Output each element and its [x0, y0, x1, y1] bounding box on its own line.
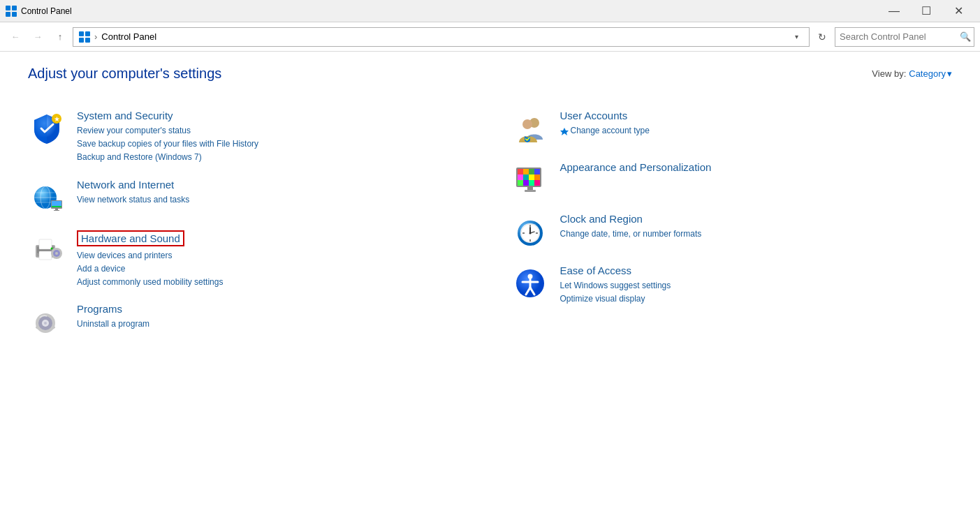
title-bar: Control Panel — ☐ ✕: [0, 0, 980, 22]
svg-rect-46: [518, 180, 523, 186]
link-change-account-type[interactable]: Change account type: [560, 124, 953, 140]
viewby-label: View by:: [872, 68, 906, 79]
refresh-button[interactable]: ↻: [812, 27, 832, 47]
ease-of-access-icon: [511, 265, 549, 302]
svg-rect-43: [523, 174, 529, 180]
svg-rect-51: [525, 190, 536, 192]
viewby-dropdown[interactable]: Category ▾: [909, 68, 952, 79]
svg-rect-7: [85, 38, 90, 43]
ease-of-access-content: Ease of Access Let Windows suggest setti…: [560, 265, 953, 306]
search-box[interactable]: 🔍: [835, 27, 974, 47]
appearance-title[interactable]: Appearance and Personalization: [560, 161, 712, 173]
category-clock-region: Clock and Region Change date, time, or n…: [511, 206, 953, 258]
link-add-device[interactable]: Add a device: [77, 262, 469, 276]
svg-rect-0: [6, 6, 10, 10]
link-network-status[interactable]: View network status and tasks: [77, 193, 469, 207]
svg-rect-3: [12, 12, 17, 17]
svg-rect-44: [529, 174, 534, 180]
left-column: ★ System and Security Review your comput…: [28, 103, 469, 348]
categories-grid: ★ System and Security Review your comput…: [28, 103, 952, 348]
breadcrumb-text: Control Panel: [101, 31, 787, 42]
right-column: User Accounts Change account type: [511, 103, 953, 348]
address-bar: ← → ↑ › Control Panel ▾ ↻ 🔍: [0, 22, 980, 52]
system-security-content: System and Security Review your computer…: [77, 110, 469, 165]
hardware-sound-icon: [28, 230, 66, 268]
back-button[interactable]: ←: [6, 27, 25, 47]
svg-rect-1: [12, 6, 17, 10]
svg-rect-40: [529, 169, 534, 174]
user-accounts-icon: [511, 110, 549, 147]
category-hardware-sound: Hardware and Sound View devices and prin…: [28, 223, 469, 297]
svg-rect-50: [527, 187, 533, 190]
user-accounts-content: User Accounts Change account type: [560, 110, 953, 140]
appearance-icon: [511, 161, 549, 199]
appearance-content: Appearance and Personalization: [560, 161, 953, 176]
svg-rect-18: [54, 210, 59, 211]
titlebar-icon: [6, 6, 17, 17]
category-ease-of-access: Ease of Access Let Windows suggest setti…: [511, 258, 953, 313]
svg-point-61: [529, 232, 531, 235]
svg-rect-42: [518, 174, 523, 180]
svg-rect-19: [52, 206, 61, 207]
svg-rect-38: [518, 169, 523, 174]
link-review-status[interactable]: Review your computer's status: [77, 124, 469, 137]
link-mobility-settings[interactable]: Adjust commonly used mobility settings: [77, 276, 469, 289]
svg-rect-48: [529, 180, 534, 186]
svg-rect-2: [6, 12, 10, 17]
link-optimize-display[interactable]: Optimize visual display: [560, 292, 953, 306]
category-programs: Programs Uninstall a program: [28, 296, 469, 348]
svg-rect-45: [534, 174, 540, 180]
link-file-history[interactable]: Save backup copies of your files with Fi…: [77, 137, 469, 151]
window-title: Control Panel: [21, 6, 878, 16]
search-input[interactable]: [840, 31, 957, 42]
svg-point-35: [522, 119, 532, 129]
category-appearance: Appearance and Personalization: [511, 154, 953, 206]
category-system-security: ★ System and Security Review your comput…: [28, 103, 469, 172]
link-date-time-format[interactable]: Change date, time, or number formats: [560, 228, 953, 241]
network-internet-title[interactable]: Network and Internet: [77, 179, 174, 191]
forward-button[interactable]: →: [28, 27, 47, 47]
up-button[interactable]: ↑: [50, 27, 70, 47]
svg-rect-41: [534, 169, 540, 174]
network-internet-content: Network and Internet View network status…: [77, 179, 469, 207]
system-security-icon: ★: [28, 110, 66, 147]
view-by-control: View by: Category ▾: [872, 68, 952, 79]
programs-content: Programs Uninstall a program: [77, 303, 469, 331]
svg-point-27: [55, 252, 58, 255]
svg-rect-17: [55, 209, 58, 210]
close-button[interactable]: ✕: [942, 0, 974, 22]
viewby-value: Category: [909, 68, 946, 79]
clock-region-title[interactable]: Clock and Region: [560, 213, 643, 225]
svg-rect-39: [523, 169, 529, 174]
link-windows-suggest[interactable]: Let Windows suggest settings: [560, 279, 953, 292]
svg-rect-24: [39, 251, 52, 260]
viewby-arrow-icon: ▾: [947, 68, 952, 79]
address-dropdown-button[interactable]: ▾: [789, 33, 803, 40]
maximize-button[interactable]: ☐: [910, 0, 942, 22]
link-uninstall[interactable]: Uninstall a program: [77, 318, 469, 331]
hardware-sound-title[interactable]: Hardware and Sound: [77, 230, 184, 246]
svg-rect-4: [79, 31, 84, 36]
system-security-title[interactable]: System and Security: [77, 110, 173, 121]
main-content: Adjust your computer's settings View by:…: [0, 52, 980, 362]
svg-point-33: [44, 322, 47, 325]
ease-of-access-title[interactable]: Ease of Access: [560, 265, 632, 276]
svg-rect-49: [534, 180, 540, 186]
link-backup-restore[interactable]: Backup and Restore (Windows 7): [77, 151, 469, 164]
minimize-button[interactable]: —: [878, 0, 910, 22]
page-title: Adjust your computer's settings: [28, 66, 221, 82]
svg-rect-47: [523, 180, 529, 186]
svg-rect-6: [79, 38, 84, 43]
svg-text:★: ★: [54, 115, 60, 123]
clock-region-icon: [511, 213, 549, 251]
category-user-accounts: User Accounts Change account type: [511, 103, 953, 154]
svg-rect-5: [85, 31, 90, 36]
user-accounts-title[interactable]: User Accounts: [560, 110, 628, 121]
link-view-devices[interactable]: View devices and printers: [77, 249, 469, 262]
programs-title[interactable]: Programs: [77, 303, 122, 315]
network-internet-icon: [28, 179, 66, 216]
search-icon[interactable]: 🔍: [960, 31, 971, 42]
window-controls: — ☐ ✕: [878, 0, 974, 22]
svg-point-28: [51, 247, 53, 249]
address-field[interactable]: › Control Panel ▾: [73, 27, 810, 47]
